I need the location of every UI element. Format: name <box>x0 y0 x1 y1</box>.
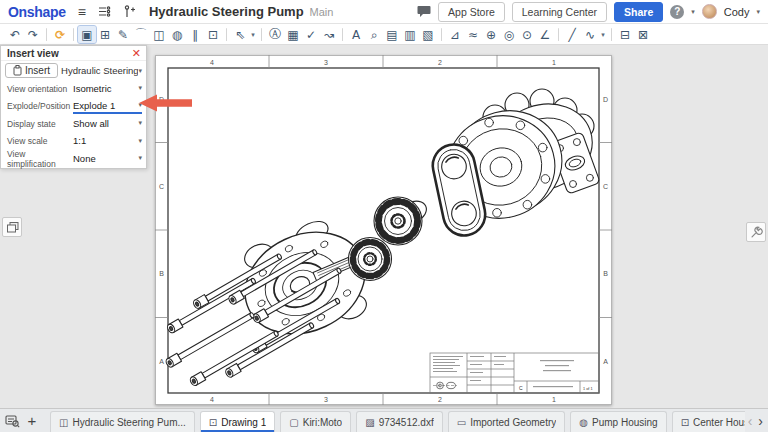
toolbar-divider <box>342 28 343 41</box>
dialog-title: Insert view <box>7 48 132 59</box>
source-select[interactable]: Hydraulic Steering ▾ <box>61 63 142 78</box>
svg-text:C: C <box>603 183 608 190</box>
toolbar-divider <box>46 28 47 41</box>
document-title: Hydraulic Steering Pump <box>149 4 304 19</box>
chevron-down-icon: ▾ <box>138 154 142 162</box>
help-icon[interactable]: ? <box>670 5 684 19</box>
broken-out-section-icon[interactable]: ⌒ <box>132 26 150 43</box>
bom-table-icon[interactable]: ▥ <box>401 26 419 43</box>
dimension-text-icon[interactable]: A <box>347 26 365 43</box>
comment-icon[interactable] <box>417 5 431 18</box>
point-to-point-view-icon[interactable]: ✎ <box>114 26 132 43</box>
sheets-panel-button[interactable] <box>2 217 22 237</box>
undo-icon[interactable]: ↶ <box>6 26 24 43</box>
section-view-icon[interactable]: ◫ <box>150 26 168 43</box>
user-menu[interactable]: Cody <box>724 6 750 18</box>
centerline-icon[interactable]: ◎ <box>500 26 518 43</box>
svg-text:3: 3 <box>324 396 328 403</box>
center-mark-icon[interactable]: ⊕ <box>482 26 500 43</box>
user-caret-icon[interactable]: ▾ <box>756 8 760 16</box>
sheet-properties-icon[interactable]: ⊠ <box>634 26 652 43</box>
datum-icon[interactable]: ⊿ <box>446 26 464 43</box>
chevron-down-icon: ▾ <box>138 119 142 127</box>
tabs-scroll-right-icon[interactable]: › <box>755 413 766 429</box>
insert-button[interactable]: Insert <box>5 63 58 78</box>
select-view-orientation[interactable]: View orientation Isometric ▾ <box>1 80 146 98</box>
tab-pump-housing[interactable]: ◍ Pump Housing <box>570 411 666 432</box>
follow-mode-icon[interactable] <box>123 5 135 18</box>
projected-view-icon[interactable]: ⊞ <box>96 26 114 43</box>
tab-hydraulic-steering-pump[interactable]: ◫ Hydraulic Steering Pum... <box>50 411 195 432</box>
chevron-down-icon: ▾ <box>138 67 142 75</box>
select-view-simplification[interactable]: View simplification None ▾ <box>1 150 146 168</box>
app-store-button[interactable]: App Store <box>438 2 505 22</box>
toolbar-divider <box>226 28 227 41</box>
tools-wrench-button[interactable] <box>746 222 766 242</box>
note-icon[interactable]: Ⓐ <box>266 26 284 43</box>
measure-icon[interactable]: ⌕ <box>365 26 383 43</box>
avatar[interactable] <box>702 4 717 19</box>
tabs-scroll-left-icon[interactable]: ‹ <box>745 413 756 429</box>
tab-center-housing-drawing[interactable]: ⊡ Center Housing Drawin... <box>672 411 745 432</box>
source-value: Hydraulic Steering <box>61 65 138 76</box>
chevron-down-icon: ▾ <box>138 84 142 92</box>
geometric-tolerance-icon[interactable]: ≈ <box>464 26 482 43</box>
auxiliary-view-icon[interactable]: ∥ <box>186 26 204 43</box>
tab-kiri-moto[interactable]: ▢ Kiri:Moto <box>280 411 351 432</box>
svg-text:D: D <box>603 96 608 103</box>
new-sheet-icon[interactable]: ⊟ <box>616 26 634 43</box>
help-caret-icon[interactable]: ▾ <box>691 8 695 16</box>
select-explode-position[interactable]: Explode/Position Explode 1 ▾ <box>1 98 146 116</box>
svg-text:B: B <box>603 270 608 277</box>
add-tab-button[interactable]: + <box>22 412 42 430</box>
field-select[interactable]: Isometric ▾ <box>73 81 142 96</box>
tangent-line-icon[interactable]: ∠ <box>536 26 554 43</box>
svg-text:A: A <box>159 358 164 365</box>
share-button[interactable]: Share <box>614 2 663 22</box>
field-select[interactable]: Explode 1 ▾ <box>73 99 142 114</box>
svg-text:2: 2 <box>438 59 442 66</box>
learning-center-button[interactable]: Learning Center <box>512 2 607 22</box>
redo-icon[interactable]: ↷ <box>24 26 42 43</box>
drawing-sheet[interactable]: 4 3 2 1 4 3 2 1 D C B A D C B A <box>155 55 612 405</box>
onshape-logo[interactable]: Onshape <box>8 4 66 20</box>
crop-view-icon[interactable]: ⊡ <box>204 26 222 43</box>
document-tab-bar: + ◫ Hydraulic Steering Pum... ⊡ Drawing … <box>0 408 768 432</box>
hole-table-icon[interactable]: ▧ <box>419 26 437 43</box>
inspection-symbol-icon[interactable]: ✓ <box>302 26 320 43</box>
select-display-state[interactable]: Display state Show all ▾ <box>1 115 146 133</box>
dropdown-caret-icon[interactable]: ▾ <box>599 26 607 43</box>
wrench-icon <box>749 225 763 239</box>
close-icon[interactable]: ✕ <box>132 48 141 59</box>
callout-icon[interactable]: ⇖ <box>231 26 249 43</box>
drawing-toolbar: ↶↷⟳▣⊞✎⌒◫◍∥⊡⇖▾Ⓐ▦✓↝A⌕▤▥▧⊿≈⊕◎⊙∠╱∿▾⊟⊠ <box>0 25 768 45</box>
tab-icon: ⊡ <box>681 417 689 428</box>
tab-9734512-dxf[interactable]: ▨ 9734512.dxf <box>356 411 443 432</box>
field-value: Explode 1 <box>73 100 138 111</box>
tab-label: Hydraulic Steering Pum... <box>72 417 185 428</box>
tab-imported-geometry[interactable]: ▭ Imported Geometry <box>448 411 566 432</box>
tab-icon: ▭ <box>457 417 466 428</box>
detail-view-icon[interactable]: ◍ <box>168 26 186 43</box>
image-icon[interactable]: ▦ <box>284 26 302 43</box>
line-tool-icon[interactable]: ╱ <box>563 26 581 43</box>
field-select[interactable]: Show all ▾ <box>73 116 142 131</box>
tab-drawing-1[interactable]: ⊡ Drawing 1 <box>200 411 275 432</box>
field-select[interactable]: 1:1 ▾ <box>73 134 142 149</box>
field-select[interactable]: None ▾ <box>73 151 142 166</box>
drawing-canvas[interactable]: 4 3 2 1 4 3 2 1 D C B A D C B A <box>0 45 768 408</box>
circle-center-icon[interactable]: ⊙ <box>518 26 536 43</box>
insert-view-dialog: Insert view ✕ Insert Hydraulic Steering … <box>0 45 147 169</box>
update-views-icon[interactable]: ⟳ <box>51 26 69 43</box>
tab-label: Pump Housing <box>592 417 658 428</box>
dropdown-caret-icon[interactable]: ▾ <box>249 26 257 43</box>
manage-tabs-icon[interactable] <box>2 412 22 430</box>
insert-view-icon[interactable]: ▣ <box>78 26 96 43</box>
main-menu-icon[interactable]: ≡ <box>78 4 86 20</box>
surface-finish-icon[interactable]: ↝ <box>320 26 338 43</box>
spline-tool-icon[interactable]: ∿ <box>581 26 599 43</box>
select-view-scale[interactable]: View scale 1:1 ▾ <box>1 133 146 151</box>
versions-history-icon[interactable] <box>98 5 111 18</box>
table-icon[interactable]: ▤ <box>383 26 401 43</box>
field-value: Isometric <box>73 83 138 94</box>
